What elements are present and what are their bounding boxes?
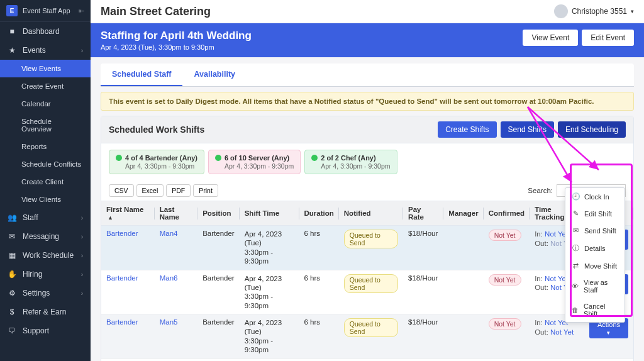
sidebar-item-work-schedule[interactable]: ▦Work Schedule› [0,246,91,265]
sidebar-item-staff[interactable]: 👥Staff› [0,208,91,227]
column-header[interactable]: Shift Time [240,201,299,226]
column-header[interactable]: Confirmed [484,201,530,226]
export-pdf-button[interactable]: PDF [166,184,191,197]
menu-item-details[interactable]: ⓘDetails [565,239,625,257]
tab-availability[interactable]: Availability [182,64,247,86]
column-header[interactable]: Manager [443,201,483,226]
sidebar-sub-view-clients[interactable]: View Clients [0,191,91,208]
send-shifts-button[interactable]: Send Shifts [501,121,554,138]
chevron-right-icon: › [81,47,83,54]
shift-time-cell: Apr 4, 2023 (Tue)3:30pm - 9:30pm [240,270,299,314]
sidebar-item-messaging[interactable]: ✉Messaging› [0,227,91,246]
menu-item-label: Move Shift [584,262,617,270]
chevron-right-icon: › [81,271,83,278]
menu-item-icon: ✉ [572,226,579,235]
end-scheduling-button[interactable]: End Scheduling [558,121,626,138]
position-cell: Bartender [197,314,240,359]
clock-out-link[interactable]: Not Yet [550,328,574,336]
sidebar-item-hiring[interactable]: ✋Hiring› [0,265,91,284]
chevron-right-icon: › [81,233,83,240]
menu-item-cancel-shift[interactable]: 🗑Cancel Shift [565,298,625,322]
first-name-link[interactable]: Bartender [106,318,138,326]
column-header[interactable]: Last Name [155,201,197,226]
print-button[interactable]: Print [193,184,218,197]
export-excel-button[interactable]: Excel [136,184,164,197]
first-name-link[interactable]: Bartender [106,230,138,237]
panel-title: Scheduled Work Shifts [109,125,204,135]
menu-item-label: Edit Shift [584,210,612,218]
shift-summary-chips: 4 of 4 Bartender (Any)Apr 4, 3:30pm - 9:… [101,143,633,181]
page-header: Staffing for April 4th Wedding Apr 4, 20… [91,23,644,57]
menu-item-send-shift[interactable]: ✉Send Shift [565,222,625,239]
sidebar-sub-view-events[interactable]: View Events [0,60,91,77]
edit-event-button[interactable]: Edit Event [582,30,634,46]
user-menu-caret-icon[interactable]: ▾ [631,8,634,14]
sidebar-icon: ■ [8,27,16,36]
sidebar-item-label: Support [23,326,49,335]
company-name: Main Street Catering [101,5,211,18]
last-name-link[interactable]: Man5 [160,318,178,326]
menu-item-move-shift[interactable]: ⇄Move Shift [565,257,625,274]
last-name-link[interactable]: Man4 [160,230,178,237]
sidebar-item-events[interactable]: ★Events› [0,41,91,60]
shift-chip[interactable]: 2 of 2 Chef (Any)Apr 4, 3:30pm - 9:30pm [304,150,397,174]
sidebar-sub-schedule-overview[interactable]: Schedule Overview [0,113,91,138]
shift-chip[interactable]: 4 of 4 Bartender (Any)Apr 4, 3:30pm - 9:… [109,150,204,174]
manager-cell [443,358,483,361]
first-name-link[interactable]: Bartender [106,274,138,282]
last-name-link[interactable]: Man6 [160,274,178,282]
shift-time-cell: Apr 4, 2023 (Tue)3:30pm - 9:30pm [240,358,299,361]
export-csv-button[interactable]: CSV [109,184,134,197]
column-header[interactable]: Duration [299,201,339,226]
sidebar-sub-schedule-conflicts[interactable]: Schedule Conflicts [0,155,91,173]
collapse-sidebar-icon[interactable]: ⇤ [79,7,84,15]
sidebar-item-support[interactable]: 🗨Support [0,321,91,340]
sidebar-item-settings[interactable]: ⚙Settings› [0,284,91,303]
menu-item-view-as-staff[interactable]: 👁View as Staff [565,274,625,298]
pay-rate-cell: $18/Hour [403,226,443,270]
chip-subtitle: Apr 4, 3:30pm - 9:30pm [116,162,197,170]
duration-cell: 6 hrs [299,358,339,361]
sidebar-item-label: Events [23,46,46,55]
sidebar-icon: ⚙ [8,289,16,297]
status-dot-icon [215,155,221,161]
menu-item-clock-in[interactable]: 🕘Clock In [565,188,625,205]
sidebar-item-refer-&-earn[interactable]: $Refer & Earn [0,303,91,321]
sidebar-sub-calendar[interactable]: Calendar [0,95,91,113]
menu-item-label: Details [584,245,606,252]
sidebar-item-dashboard[interactable]: ■Dashboard [0,22,91,41]
sidebar-header: E Event Staff App ⇤ [0,0,91,22]
sidebar-item-label: Work Schedule [23,251,74,260]
chip-title: 2 of 2 Chef (Any) [321,154,375,162]
content: Scheduled Staff Availability This event … [91,57,644,361]
menu-item-label: Clock In [584,193,609,201]
menu-item-edit-shift[interactable]: ✎Edit Shift [565,205,625,222]
pay-rate-cell: $18/Hour [403,314,443,359]
pay-rate-cell: $18/Hour [403,358,443,361]
sidebar-sub-create-event[interactable]: Create Event [0,77,91,95]
shift-chip[interactable]: 6 of 10 Server (Any)Apr 4, 3:30pm - 9:30… [208,150,301,174]
time-tracking-cell: In: Not YetOut: Not Yet [530,358,584,361]
user-name[interactable]: Christophe 3551 [572,7,627,16]
column-header[interactable]: Notified [339,201,403,226]
confirmed-badge: Not Yet [489,230,521,241]
sidebar-icon: $ [8,308,16,316]
column-header[interactable]: Position [197,201,240,226]
position-cell: Bartender [197,226,240,270]
actions-cell: Actions [584,358,633,361]
avatar[interactable] [554,4,568,18]
sidebar-item-label: Dashboard [23,27,60,36]
shift-time-cell: Apr 4, 2023 (Tue)3:30pm - 9:30pm [240,314,299,359]
sidebar-sub-create-client[interactable]: Create Client [0,173,91,191]
sidebar-icon: ✉ [8,232,16,241]
create-shifts-button[interactable]: Create Shifts [438,121,496,138]
sidebar-item-label: Messaging [23,232,59,241]
sidebar-item-label: Hiring [23,270,42,279]
sidebar-sub-reports[interactable]: Reports [0,138,91,155]
view-event-button[interactable]: View Event [523,30,578,46]
column-header[interactable]: Pay Rate [403,201,443,226]
manager-cell [443,314,483,359]
tab-scheduled-staff[interactable]: Scheduled Staff [101,64,182,86]
column-header[interactable]: First Name ▲ [101,201,155,226]
notified-badge: Queued to Send [344,318,398,337]
